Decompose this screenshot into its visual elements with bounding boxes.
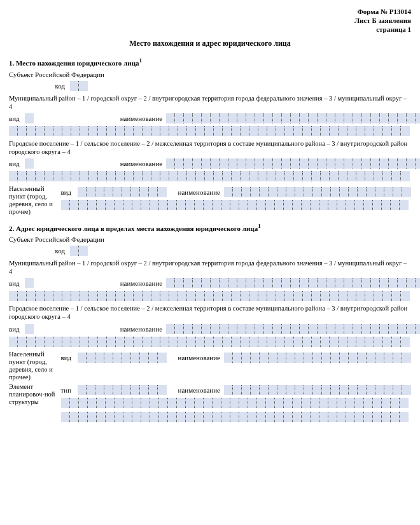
s1-np-naim-label: наименование [174, 188, 224, 196]
s1-np-vid-field[interactable] [78, 187, 167, 197]
s2-plan-naim-field-2[interactable] [61, 398, 411, 408]
s2-gp-vid-field[interactable] [25, 324, 34, 334]
s2-mun-vid-field[interactable] [25, 278, 34, 288]
form-header: Форма № Р13014 Лист Б заявления страница… [9, 8, 411, 34]
s1-mun-note: Муниципальный район – 1 / городской окру… [9, 95, 411, 111]
s2-gp-vid-label: вид [9, 325, 25, 333]
s2-plan-naim-label: наименование [174, 386, 224, 394]
s2-np-vid-label: вид [61, 354, 78, 361]
s2-plan-naim-field[interactable] [224, 385, 411, 395]
s2-np-naim-field[interactable] [224, 353, 411, 363]
s2-np-vid-field[interactable] [78, 353, 167, 363]
s1-mun-vid-field[interactable] [25, 113, 34, 123]
page-title: Место нахождения и адрес юридического ли… [9, 39, 411, 48]
s2-gp-naim-label: наименование [116, 325, 166, 333]
sheet-label: Лист Б заявления [9, 17, 411, 25]
s2-np-label: Населенный пункт (город, деревня, село и… [9, 351, 61, 381]
s2-np-naim-label: наименование [174, 354, 224, 361]
s2-plan-label: Элемент планировоч-ной структуры [9, 383, 61, 406]
s1-gp-note: Городское поселение – 1 / сельское посел… [9, 140, 411, 156]
s2-plan-tip-label: тип [61, 386, 78, 394]
s1-np-naim-field[interactable] [224, 187, 411, 197]
s2-mun-vid-label: вид [9, 279, 25, 287]
s1-mun-naim-label: наименование [116, 115, 166, 122]
s1-gp-vid-label: вид [9, 160, 25, 167]
section1-heading: 1. Место нахождения юридического лица1 [9, 57, 411, 67]
s2-code-field[interactable] [70, 246, 88, 256]
s1-np-naim-field-2[interactable] [61, 200, 411, 210]
s1-subject-label: Субъект Российской Федерации [9, 71, 411, 78]
s2-gp-naim-field-2[interactable] [9, 337, 411, 347]
s2-gp-naim-field[interactable] [166, 324, 420, 334]
s1-mun-naim-field-2[interactable] [9, 126, 411, 136]
s2-mun-naim-label: наименование [116, 279, 166, 287]
s1-gp-naim-field-2[interactable] [9, 171, 411, 181]
s1-mun-naim-field[interactable] [166, 113, 420, 123]
s1-code-label: код [9, 82, 70, 90]
s1-np-label: Населенный пункт (город, деревня, село и… [9, 185, 61, 216]
s2-plan-naim-field-3[interactable] [61, 412, 411, 422]
s1-gp-naim-label: наименование [116, 160, 166, 167]
s2-code-label: код [9, 247, 70, 255]
page-label: страница 1 [9, 25, 411, 34]
s2-mun-naim-field-2[interactable] [9, 291, 411, 301]
s1-code-field[interactable] [70, 81, 88, 91]
s1-mun-vid-label: вид [9, 115, 25, 122]
s2-subject-label: Субъект Российской Федерации [9, 235, 411, 243]
form-number: Форма № Р13014 [9, 8, 411, 17]
s1-gp-vid-field[interactable] [25, 158, 34, 169]
s2-plan-tip-field[interactable] [78, 385, 167, 395]
s2-gp-note: Городское поселение – 1 / сельское посел… [9, 305, 411, 321]
s2-mun-note: Муниципальный район – 1 / городской окру… [9, 260, 411, 276]
s1-np-vid-label: вид [61, 188, 78, 196]
s2-mun-naim-field[interactable] [166, 278, 420, 288]
s1-gp-naim-field[interactable] [166, 158, 420, 169]
section2-heading: 2. Адрес юридического лица в пределах ме… [9, 223, 411, 232]
